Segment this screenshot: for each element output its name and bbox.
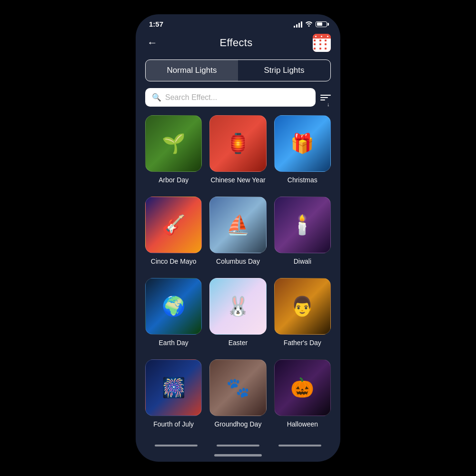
effect-item-earth-day[interactable]: 🌍Earth Day — [145, 278, 202, 352]
search-input[interactable]: Search Effect... — [165, 93, 217, 102]
effect-item-christmas[interactable]: 🎁Christmas — [274, 115, 331, 189]
effect-item-columbus-day[interactable]: ⛵Columbus Day — [209, 197, 266, 270]
effect-label-diwali: Diwali — [294, 257, 311, 266]
effect-item-arbor-day[interactable]: 🌱Arbor Day — [145, 115, 202, 189]
effect-item-halloween[interactable]: 🎃Halloween — [274, 359, 331, 433]
effect-thumb-arbor-day: 🌱 — [145, 115, 202, 172]
battery-icon — [316, 21, 327, 27]
sort-button[interactable]: ↓ — [320, 95, 331, 100]
effect-thumb-easter: 🐰 — [209, 278, 266, 335]
effect-thumb-halloween: 🎃 — [274, 359, 331, 416]
effect-label-fourth-of-july: Fourth of July — [153, 420, 194, 428]
calendar-icon[interactable] — [313, 34, 331, 52]
effect-item-cinco-de-mayo[interactable]: 🎸Cinco De Mayo — [145, 197, 202, 270]
wifi-icon — [305, 20, 313, 28]
effect-thumb-cinco-de-mayo: 🎸 — [145, 197, 202, 253]
effect-item-chinese-new-year[interactable]: 🏮Chinese New Year — [209, 115, 266, 189]
time-display: 1:57 — [149, 20, 163, 28]
tab-bar: Normal Lights Strip Lights — [145, 60, 331, 81]
effects-grid: 🌱Arbor Day🏮Chinese New Year🎁Christmas🎸Ci… — [136, 115, 340, 443]
effect-label-easter: Easter — [228, 338, 248, 347]
signal-icon — [294, 21, 302, 28]
back-button[interactable]: ← — [145, 35, 159, 51]
tab-normal-lights[interactable]: Normal Lights — [146, 60, 238, 81]
phone-container: 1:57 ← Effects — [136, 14, 340, 462]
effect-thumb-fathers-day: 👨 — [274, 278, 331, 335]
effect-label-earth-day: Earth Day — [159, 338, 188, 347]
search-box[interactable]: 🔍 Search Effect... — [145, 88, 316, 107]
effect-thumb-chinese-new-year: 🏮 — [209, 115, 266, 172]
effect-thumb-diwali: 🕯️ — [274, 197, 331, 253]
effect-thumb-christmas: 🎁 — [274, 115, 331, 172]
effect-label-christmas: Christmas — [288, 176, 317, 184]
effect-thumb-fourth-of-july: 🎆 — [145, 359, 202, 416]
scroll-indicators — [136, 443, 340, 448]
effect-item-diwali[interactable]: 🕯️Diwali — [274, 197, 331, 270]
effect-item-fourth-of-july[interactable]: 🎆Fourth of July — [145, 359, 202, 433]
status-icons — [294, 20, 327, 28]
effect-thumb-columbus-day: ⛵ — [209, 197, 266, 253]
effect-label-cinco-de-mayo: Cinco De Mayo — [151, 257, 197, 266]
search-row: 🔍 Search Effect... ↓ — [145, 88, 331, 107]
effect-label-groundhog-day: Groundhog Day — [215, 420, 262, 428]
effect-item-fathers-day[interactable]: 👨Father's Day — [274, 278, 331, 352]
page-title: Effects — [220, 37, 253, 49]
effect-thumb-earth-day: 🌍 — [145, 278, 202, 335]
effect-item-easter[interactable]: 🐰Easter — [209, 278, 266, 352]
effect-thumb-groundhog-day: 🐾 — [209, 359, 266, 416]
effect-label-arbor-day: Arbor Day — [159, 176, 188, 184]
header: ← Effects — [136, 30, 340, 60]
effect-item-groundhog-day[interactable]: 🐾Groundhog Day — [209, 359, 266, 433]
home-indicator — [136, 448, 340, 462]
effect-label-chinese-new-year: Chinese New Year — [210, 176, 265, 184]
effect-label-fathers-day: Father's Day — [284, 338, 321, 347]
effect-label-halloween: Halloween — [287, 420, 318, 428]
status-bar: 1:57 — [136, 14, 340, 30]
search-icon: 🔍 — [152, 93, 161, 102]
tab-strip-lights[interactable]: Strip Lights — [238, 60, 330, 81]
effect-label-columbus-day: Columbus Day — [216, 257, 260, 266]
